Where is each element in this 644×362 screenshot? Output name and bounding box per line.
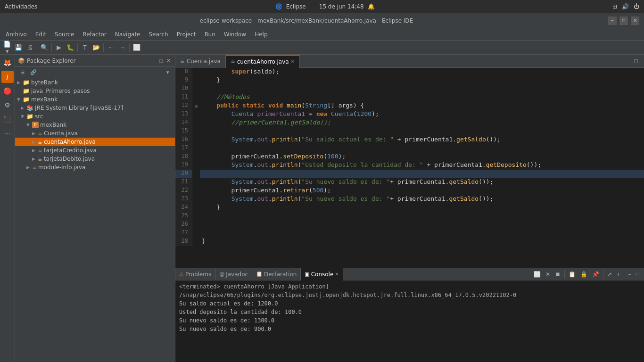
tab-problems[interactable]: ⚠ Problems bbox=[175, 268, 215, 280]
maximize-panel-button[interactable]: □ bbox=[158, 57, 164, 64]
minimize-panel-button[interactable]: − bbox=[151, 57, 157, 64]
run-button[interactable]: ▶ bbox=[54, 42, 64, 53]
tab-ahorro-label: cuentaAhorro.java bbox=[237, 58, 289, 65]
close-button[interactable]: ✕ bbox=[631, 16, 639, 25]
minimize-bottom-button[interactable]: − bbox=[626, 270, 633, 279]
maximize-editor-button[interactable]: □ bbox=[631, 56, 641, 66]
chrome-icon[interactable]: 🔴 bbox=[1, 85, 14, 97]
back-button[interactable]: ← bbox=[106, 42, 116, 53]
power-icon: ⏻ bbox=[634, 3, 639, 10]
menu-refactor[interactable]: Refactor bbox=[79, 30, 110, 39]
scroll-lock-button[interactable]: 🔒 bbox=[578, 270, 589, 279]
menu-source[interactable]: Source bbox=[51, 30, 78, 39]
menu-run[interactable]: Run bbox=[201, 30, 219, 39]
menu-project[interactable]: Project bbox=[173, 30, 200, 39]
tree-item-cuenta[interactable]: ▶ ☕ Cuenta.java bbox=[15, 129, 175, 138]
grid-icon[interactable]: ⋯ bbox=[1, 127, 14, 140]
menu-search[interactable]: Search bbox=[145, 30, 172, 39]
menu-help[interactable]: Help bbox=[251, 30, 271, 39]
tab-declaration[interactable]: 📋 Declaration bbox=[252, 268, 301, 280]
maximize-button[interactable]: □ bbox=[619, 16, 628, 25]
cuenta-label: Cuenta.java bbox=[44, 130, 173, 137]
open-resource-button[interactable]: 📂 bbox=[91, 42, 101, 53]
console-label: Console bbox=[311, 271, 334, 278]
close-panel-button[interactable]: ✕ bbox=[165, 57, 172, 64]
link-editor-button[interactable]: 🔗 bbox=[28, 67, 39, 78]
maximize-bottom-button[interactable]: □ bbox=[634, 270, 641, 279]
tab-ahorro-icon: ☕ bbox=[231, 58, 235, 65]
tree-item-module[interactable]: ▶ ☕ module-info.java bbox=[15, 163, 175, 172]
menu-edit[interactable]: Edit bbox=[32, 30, 50, 39]
tree-item-java-primeros[interactable]: 📁 java_Primeros_pasos bbox=[15, 87, 175, 95]
tree-item-mexbank[interactable]: ▼ 📁 mexBank bbox=[15, 95, 175, 104]
console-close[interactable]: ✕ bbox=[335, 272, 339, 277]
tab-cuenta-ahorro[interactable]: ☕ cuentaAhorro.java ✕ bbox=[226, 55, 300, 68]
tree-item-cuenta-ahorro[interactable]: ▶ ☕ cuentaAhorro.java bbox=[15, 138, 175, 146]
package-icon: P bbox=[32, 122, 39, 128]
toolbar-sep-2 bbox=[51, 43, 52, 52]
minimize-button[interactable]: − bbox=[608, 16, 617, 25]
bottom-sep-2 bbox=[603, 270, 603, 279]
toolbar-sep-5 bbox=[129, 43, 130, 52]
new-button[interactable]: 📄▾ bbox=[2, 42, 12, 53]
tree-arrow-src: ▼ bbox=[21, 114, 26, 119]
tree-item-jre[interactable]: ▶ 📚 JRE System Library [JavaSE-17] bbox=[15, 104, 175, 112]
panel-title-bar: 📦 Package Explorer − □ ✕ bbox=[15, 55, 175, 67]
collapse-all-button[interactable]: ⊟ bbox=[17, 67, 27, 78]
tab-ahorro-close[interactable]: ✕ bbox=[291, 59, 295, 64]
bottom-tabs-list: ⚠ Problems @ Javadoc 📋 Declaration ▣ Con… bbox=[175, 268, 343, 280]
network-icon: ⊞ bbox=[612, 3, 617, 10]
save-button[interactable]: 💾 bbox=[13, 42, 24, 53]
tree-item-src[interactable]: ▼ 📁 src bbox=[15, 112, 175, 121]
menu-file[interactable]: Archivo bbox=[2, 30, 31, 39]
tab-javadoc[interactable]: @ Javadoc bbox=[215, 268, 252, 280]
code-editor[interactable]: 8 super(saldo); 9 } 10 11 // bbox=[175, 68, 644, 268]
tree-item-debito[interactable]: ▶ ☕ tarjetaDebito.java bbox=[15, 155, 175, 163]
tree-arrow-jre: ▶ bbox=[21, 106, 26, 110]
tree-arrow-credito: ▶ bbox=[32, 148, 38, 153]
tree-arrow-mexbank: ▼ bbox=[17, 97, 23, 102]
credito-label: tarjetaCredito.java bbox=[44, 147, 173, 154]
debug-button[interactable]: 🐛 bbox=[65, 42, 75, 53]
menu-window[interactable]: Window bbox=[220, 30, 250, 39]
terminal-icon[interactable]: ⬛ bbox=[1, 113, 14, 125]
new-console-button[interactable]: + bbox=[615, 270, 622, 279]
declaration-icon: 📋 bbox=[256, 271, 263, 277]
search-btn[interactable]: 🔍 bbox=[39, 42, 50, 53]
menu-navigate[interactable]: Navigate bbox=[111, 30, 144, 39]
restore-icon[interactable]: 🦊 bbox=[1, 57, 14, 69]
tree-arrow-module: ▶ bbox=[26, 165, 32, 170]
java-perspective-icon[interactable]: J bbox=[1, 71, 14, 83]
editor-tabs-controls: − □ bbox=[619, 56, 644, 66]
code-line-21: 21 System.out.println("Su nuevo saldo es… bbox=[175, 178, 644, 187]
tree-item-mexbank-pkg[interactable]: ▼ P mexBank bbox=[15, 121, 175, 129]
view-menu-button[interactable]: ▾ bbox=[163, 67, 173, 78]
tab-console[interactable]: ▣ Console ✕ bbox=[301, 268, 343, 280]
settings-icon[interactable]: ⚙ bbox=[1, 99, 14, 111]
tree-item-credito[interactable]: ▶ ☕ tarjetaCredito.java bbox=[15, 146, 175, 155]
open-type-button[interactable]: T bbox=[80, 42, 90, 53]
forward-button[interactable]: → bbox=[117, 42, 127, 53]
toolbar: 📄▾ 💾 🖨 🔍 ▶ 🐛 T 📂 ← → ⬜ bbox=[0, 41, 644, 55]
print-button[interactable]: 🖨 bbox=[25, 42, 35, 53]
title-bar: eclipse-workspace - mexBank/src/mexBank/… bbox=[0, 13, 644, 28]
pin-console-button[interactable]: 📌 bbox=[590, 270, 601, 279]
tree-item-bytebank[interactable]: ▶ 📁 byteBank bbox=[15, 78, 175, 87]
cuenta-icon: ☕ bbox=[38, 131, 42, 137]
maximize-view-button[interactable]: ⬜ bbox=[132, 42, 142, 53]
terminate-button[interactable]: ⏹ bbox=[553, 270, 562, 279]
bell-icon[interactable]: 🔔 bbox=[368, 3, 375, 10]
src-icon: 📁 bbox=[26, 113, 33, 120]
code-line-11: 11 //Métodos bbox=[175, 93, 644, 102]
console-line-4: Su nuevo saldo es de: 900.0 bbox=[179, 325, 640, 333]
code-line-24: 24 } bbox=[175, 204, 644, 212]
module-label: module-info.java bbox=[38, 164, 173, 171]
stop-console-button[interactable]: ✕ bbox=[544, 270, 552, 279]
minimize-editor-button[interactable]: − bbox=[619, 56, 630, 66]
copy-stacks-button[interactable]: 📋 bbox=[567, 270, 578, 279]
open-console-button[interactable]: ↗ bbox=[605, 270, 614, 279]
tab-cuenta[interactable]: ☕ Cuenta.java bbox=[175, 55, 226, 68]
activities-label[interactable]: Actividades bbox=[5, 3, 37, 10]
package-explorer: 📦 Package Explorer − □ ✕ ⊟ 🔗 ▾ ▶ 📁 byteB… bbox=[15, 55, 175, 362]
clear-console-button[interactable]: ⬜ bbox=[532, 270, 543, 279]
